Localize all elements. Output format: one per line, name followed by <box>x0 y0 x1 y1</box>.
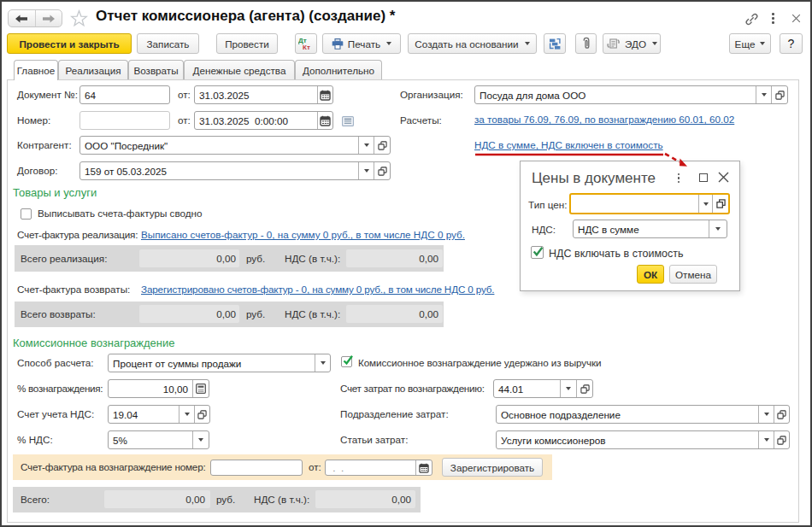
svg-text:Кт: Кт <box>303 44 310 51</box>
